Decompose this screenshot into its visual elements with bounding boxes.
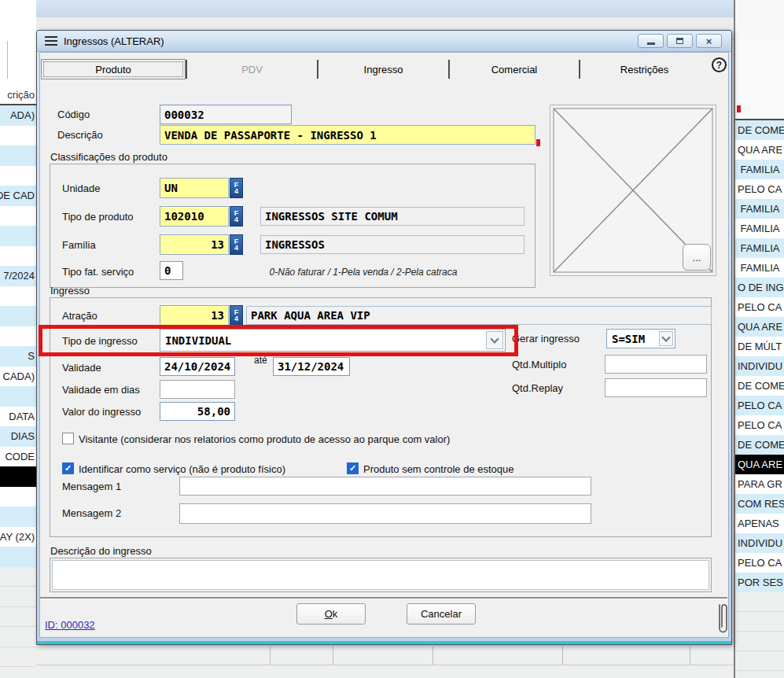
tipo-fat-field[interactable]: 0: [160, 261, 183, 280]
estoque-checkbox[interactable]: ✓: [347, 462, 359, 474]
gerar-ingresso-value: S=SIM: [607, 333, 657, 345]
qtd-multiplo-label: Qtd.Multiplo: [512, 359, 566, 370]
record-id-link[interactable]: ID: 000032: [45, 619, 95, 631]
table-row: [0, 286, 36, 307]
product-image-box: ...: [550, 105, 716, 276]
background-table-left: crição ADA)DE CAD7/2024SCADA)DATADIASCOD…: [0, 0, 36, 678]
validade-de-field[interactable]: 24/10/2024: [160, 357, 235, 376]
mensagem2-field[interactable]: [179, 503, 591, 524]
codigo-value: 000032: [164, 109, 204, 121]
required-marker: [536, 139, 540, 146]
tab-label: Comercial: [491, 64, 538, 76]
mensagem2-label: Mensagem 2: [62, 507, 121, 519]
table-row: [0, 627, 36, 647]
tab-produto[interactable]: Produto: [41, 59, 186, 79]
familia-label: Família: [62, 239, 96, 251]
table-row: PELO CA: [735, 179, 784, 199]
minimize-icon: [647, 42, 655, 45]
familia-field[interactable]: 13: [160, 234, 229, 255]
cancel-button[interactable]: Cancelar: [407, 603, 476, 625]
tab-ingresso[interactable]: Ingresso: [318, 59, 448, 79]
dialog-ingressos: Ingressos (ALTERAR) × Produto PDV Ingres…: [36, 30, 732, 645]
minimize-button[interactable]: [638, 34, 664, 48]
tab-restricoes[interactable]: Restrições: [580, 59, 709, 79]
help-glyph: ?: [716, 60, 722, 71]
table-row: [735, 592, 784, 612]
tab-label: PDV: [241, 64, 263, 76]
f4-label: 4: [234, 245, 238, 251]
familia-desc: INGRESSOS: [265, 238, 325, 251]
descricao-field[interactable]: VENDA DE PASSAPORTE - INGRESSO 1: [160, 125, 536, 145]
check-icon: ✓: [349, 464, 356, 473]
tipo-fat-value: 0: [164, 264, 171, 277]
tipo-produto-label: Tipo de produto: [62, 211, 134, 223]
table-row: [0, 547, 36, 567]
visitante-checkbox[interactable]: ✓: [62, 433, 74, 444]
background-table-right: DE COMEQUA ARE FAMILIAPELO CA FAMILIA FA…: [734, 0, 784, 678]
valor-ingresso-field[interactable]: 58,00: [160, 402, 235, 421]
grid-line: [36, 665, 734, 665]
unidade-f4-lookup-button[interactable]: F4: [230, 178, 243, 198]
f4-label: 4: [234, 216, 238, 223]
chevron-down-icon[interactable]: [659, 331, 673, 346]
qtd-multiplo-field[interactable]: [605, 355, 707, 374]
validade-dias-field[interactable]: [160, 380, 235, 399]
validade-ate-value: 31/12/2024: [278, 360, 344, 373]
paperclip-icon[interactable]: [715, 600, 731, 638]
tab-label: Ingresso: [364, 64, 403, 76]
table-row: PARA GR: [735, 474, 784, 494]
tipo-produto-f4-lookup-button[interactable]: F4: [230, 206, 243, 227]
table-row: QUA ARE: [735, 140, 784, 160]
atracao-label: Atração: [62, 310, 98, 322]
atracao-desc: PARK AQUA AREA VIP: [251, 309, 370, 322]
descricao-ingresso-textarea[interactable]: [52, 560, 709, 590]
table-row: DATA: [0, 407, 36, 427]
menu-icon[interactable]: [45, 36, 57, 46]
table-row: [0, 507, 36, 527]
dialog-titlebar[interactable]: Ingressos (ALTERAR) ×: [37, 31, 731, 52]
table-row: [0, 567, 36, 588]
restore-icon: [676, 38, 683, 44]
codigo-field[interactable]: 000032: [160, 105, 292, 124]
atracao-f4-lookup-button[interactable]: F4: [230, 305, 243, 326]
atracao-field[interactable]: 13: [160, 305, 229, 326]
table-row: [0, 226, 36, 246]
tipo-produto-field[interactable]: 102010: [160, 206, 229, 227]
image-browse-label: ...: [693, 252, 701, 263]
servico-checkbox[interactable]: ✓: [62, 462, 74, 474]
grid-line: [690, 647, 690, 665]
image-browse-button[interactable]: ...: [683, 244, 711, 271]
gerar-ingresso-label: Gerar ingresso: [512, 333, 580, 345]
unidade-label: Unidade: [62, 182, 100, 194]
tab-pdv[interactable]: PDV: [187, 59, 317, 79]
qtd-replay-field[interactable]: [605, 378, 707, 397]
restore-button[interactable]: [667, 34, 693, 48]
table-row: [735, 651, 784, 671]
table-row: QUA ARE: [735, 317, 784, 337]
close-button[interactable]: ×: [696, 34, 722, 48]
tipo-ingresso-value: INDIVIDUAL: [160, 334, 484, 347]
table-row: [735, 632, 784, 651]
table-row: FAMILIA: [735, 199, 784, 219]
ok-button[interactable]: Ok: [296, 603, 366, 625]
table-row: APENAS: [735, 514, 784, 533]
mensagem1-field[interactable]: [179, 477, 591, 496]
familia-value: 13: [211, 238, 224, 251]
table-row: INDIVIDU: [735, 533, 784, 553]
tipo-ingresso-select[interactable]: INDIVIDUAL: [160, 329, 506, 352]
table-row: [0, 466, 36, 487]
help-icon[interactable]: ?: [712, 57, 727, 72]
table-row: FAMILIA: [735, 258, 784, 278]
tab-comercial[interactable]: Comercial: [450, 59, 579, 79]
table-row: INDIVIDU: [735, 356, 784, 376]
chevron-down-icon[interactable]: [486, 331, 503, 349]
table-row: AY (2X): [0, 527, 36, 547]
validade-ate-field[interactable]: 31/12/2024: [273, 357, 350, 376]
gerar-ingresso-select[interactable]: S=SIM: [606, 329, 675, 348]
familia-f4-lookup-button[interactable]: F4: [230, 234, 243, 255]
unidade-field[interactable]: UN: [160, 178, 229, 198]
table-row: DE MÚLT: [735, 337, 784, 356]
validade-dias-label: Validade em dias: [62, 384, 140, 396]
table-row: S: [0, 346, 36, 367]
familia-desc-field: INGRESSOS: [260, 235, 525, 254]
